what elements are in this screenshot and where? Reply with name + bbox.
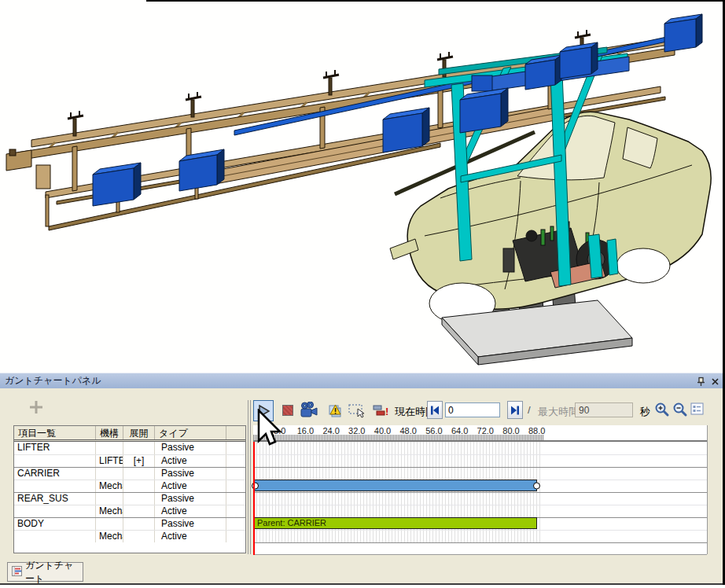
- table-cell: [96, 468, 123, 480]
- table-cell: [123, 493, 155, 505]
- viewport-3d[interactable]: [0, 0, 725, 373]
- options-icon[interactable]: [690, 402, 704, 418]
- table-cell: [123, 480, 155, 492]
- max-time-value: 90: [579, 405, 589, 416]
- step-forward-button[interactable]: [507, 401, 523, 419]
- table-cell: REAR_SUS: [14, 493, 96, 505]
- table-cell: [14, 531, 96, 542]
- select-range-icon[interactable]: [348, 402, 367, 421]
- panel-splitter[interactable]: [250, 400, 251, 554]
- mouse-cursor: [257, 409, 284, 450]
- table-cell: [226, 531, 245, 542]
- table-cell: Mecha...: [96, 480, 123, 492]
- pin-icon[interactable]: [695, 376, 706, 387]
- chart-gridline: [253, 505, 707, 505]
- chart-gridline: [253, 542, 707, 543]
- table-cell: [226, 442, 245, 454]
- table-cell: [226, 518, 245, 530]
- column-header-expand[interactable]: 展開: [123, 426, 155, 439]
- table-cell: Active: [155, 455, 226, 467]
- svg-text:!: !: [385, 406, 388, 417]
- ruler-tick-label: 56.0: [421, 426, 447, 435]
- chart-gridline: [253, 467, 707, 468]
- table-row[interactable]: Mecha...Active: [14, 505, 245, 517]
- tab-gantt-chart[interactable]: ガントチャート: [7, 562, 83, 582]
- panel-title: ガントチャートパネル: [5, 374, 101, 388]
- table-cell: [226, 455, 245, 467]
- item-table: 項目一覧 機構 展開 タイプ LIFTERPassiveLIFTER[+]Act…: [13, 425, 246, 553]
- ruler-tick-label: 64.0: [447, 426, 473, 435]
- zoom-out-icon[interactable]: [672, 402, 688, 421]
- table-cell: [226, 468, 245, 480]
- close-icon[interactable]: [709, 376, 720, 387]
- table-cell: Passive: [155, 493, 226, 505]
- table-cell: [123, 442, 155, 454]
- column-header-mechanism[interactable]: 機構: [96, 426, 123, 439]
- ruler-tick-label: 80.0: [499, 426, 524, 435]
- table-header-row: 項目一覧 機構 展開 タイプ: [14, 426, 245, 442]
- bottom-tab-bar: ガントチャート: [0, 560, 725, 585]
- current-time-input[interactable]: [445, 402, 500, 417]
- gantt-bar-carrier-active[interactable]: [254, 480, 537, 491]
- column-header-type[interactable]: タイプ: [155, 426, 226, 439]
- table-cell: [14, 505, 96, 517]
- chart-right-border: [707, 425, 708, 554]
- gantt-panel-titlebar[interactable]: ガントチャートパネル: [0, 373, 725, 388]
- table-cell: Passive: [155, 442, 226, 454]
- table-cell: [226, 505, 245, 517]
- table-row[interactable]: CARRIERPassive: [14, 467, 245, 480]
- gantt-chart-area[interactable]: Parent: CARRIER: [253, 442, 707, 555]
- chart-gridline: [253, 454, 707, 455]
- warning-layers-icon[interactable]: [324, 402, 342, 421]
- step-back-button[interactable]: [427, 401, 443, 419]
- tab-label: ガントチャート: [25, 559, 83, 586]
- table-row[interactable]: BODYPassive: [14, 517, 245, 530]
- gantt-tab-icon: [12, 566, 22, 579]
- movie-icon[interactable]: [300, 402, 318, 421]
- table-cell: Passive: [155, 468, 226, 480]
- unit-label: 秒: [640, 405, 650, 419]
- ruler-tick-label: 16.0: [293, 426, 318, 435]
- table-cell: Active: [155, 531, 226, 542]
- current-time-indicator[interactable]: [253, 442, 255, 555]
- table-cell: LIFTER: [14, 442, 96, 454]
- table-cell: [96, 518, 123, 530]
- max-time-field: 90: [575, 402, 633, 417]
- table-row[interactable]: LIFTERPassive: [14, 442, 245, 454]
- ruler-minor-ticks: [253, 435, 544, 440]
- add-icon[interactable]: [28, 399, 44, 418]
- gantt-bar-body-passive[interactable]: Parent: CARRIER: [254, 517, 537, 529]
- table-cell: [123, 518, 155, 530]
- stop-icon[interactable]: [282, 405, 293, 416]
- ruler-tick-label: 72.0: [473, 426, 498, 435]
- table-cell: [123, 468, 155, 480]
- gantt-panel-body: ! 現在時間 / 最大時間 90 秒 項目一覧 機構 展開 タイプ: [0, 388, 725, 560]
- table-cell: [123, 531, 155, 542]
- column-header-items[interactable]: 項目一覧: [14, 426, 96, 439]
- bar-endpoint-handle[interactable]: [533, 482, 540, 489]
- table-cell: [123, 505, 155, 517]
- table-cell: Mecha...: [96, 531, 123, 542]
- table-row[interactable]: Mecha...Active: [14, 530, 245, 542]
- table-cell: CARRIER: [14, 468, 96, 480]
- zoom-in-icon[interactable]: [654, 402, 670, 421]
- table-cell: BODY: [14, 518, 96, 530]
- column-header-blank: [226, 426, 245, 439]
- cad-scene: [0, 0, 725, 373]
- ruler-tick-label: 40.0: [370, 426, 396, 435]
- application-window: ガントチャートパネル ! 現在時間: [0, 0, 725, 588]
- ruler-tick-label: 48.0: [396, 426, 421, 435]
- window-border-top: [146, 0, 725, 2]
- marker-icon[interactable]: !: [373, 402, 390, 421]
- chart-gridline: [253, 530, 707, 531]
- ruler-tick-label: 32.0: [344, 426, 370, 435]
- panel-splitter[interactable]: [248, 400, 248, 554]
- table-row[interactable]: REAR_SUSPassive: [14, 492, 245, 505]
- table-cell: [226, 480, 245, 492]
- table-row[interactable]: Mecha...Active: [14, 480, 245, 492]
- table-row[interactable]: LIFTER[+]Active: [14, 454, 245, 467]
- divider-slash: /: [528, 404, 531, 416]
- table-cell: [96, 493, 123, 505]
- step-back-icon: [430, 406, 440, 415]
- timeline-ruler[interactable]: 8.016.024.032.040.048.056.064.072.080.08…: [253, 425, 707, 442]
